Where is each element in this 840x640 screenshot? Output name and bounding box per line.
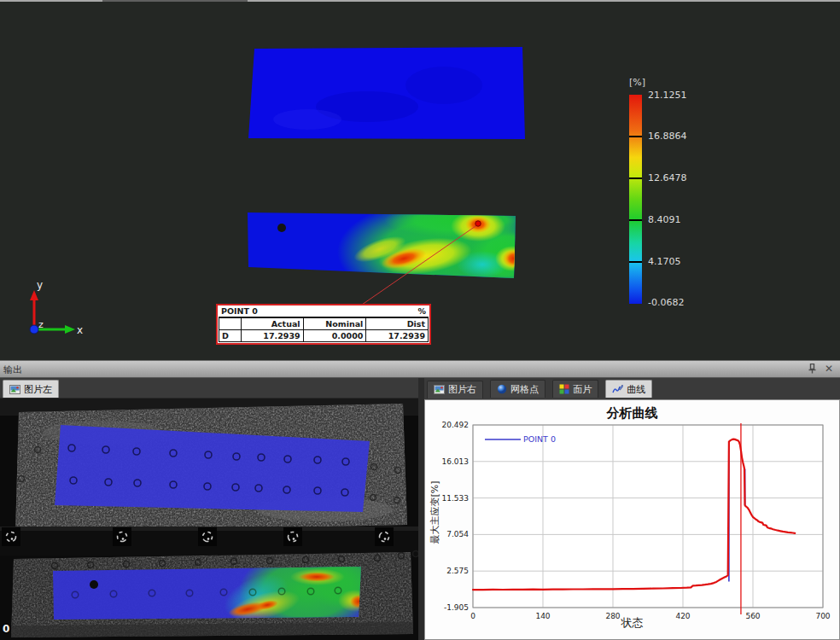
curve-pen-icon: [612, 384, 623, 394]
y-tick-label: -1.905: [444, 603, 469, 612]
pin-icon[interactable]: [808, 364, 816, 374]
table-row: D 17.2939 0.0000 17.2939: [219, 330, 429, 342]
column-header-dist: Dist: [366, 318, 429, 330]
x-axis-arrow: [65, 325, 75, 334]
analysis-chart: 分析曲线 最大主应变[%] 状态 20.49216.01311.5337.054…: [424, 399, 840, 640]
right-chart-panel: 图片右 网格点 面片: [424, 378, 840, 640]
tab-facets[interactable]: 面片: [552, 380, 598, 398]
x-tick-label: 140: [535, 612, 550, 620]
right-tab-bar: 图片右 网格点 面片: [424, 378, 840, 399]
application-window: y x z [%] 21.1251 16.8864 12.6478 8.4091…: [0, 0, 840, 640]
x-tick-label: 700: [815, 612, 830, 620]
x-tick-label: 0: [470, 612, 475, 620]
scale-label: 8.4091: [648, 214, 681, 225]
y-tick-label: 16.013: [442, 457, 470, 466]
dist-value: 17.2939: [366, 330, 429, 342]
x-tick-label: 280: [605, 612, 620, 620]
y-axis-arrow: [30, 290, 38, 300]
scale-label: 4.1705: [648, 256, 681, 267]
color-scale-gradient: [629, 95, 642, 304]
sphere-icon: [497, 384, 507, 394]
point-table-title: POINT 0: [221, 306, 258, 316]
scale-tick: [629, 261, 642, 263]
tab-curve[interactable]: 曲线: [605, 380, 652, 398]
point-0-marker[interactable]: [475, 221, 481, 226]
tab-label: 图片左: [24, 383, 52, 396]
nominal-value: 0.0000: [303, 330, 366, 342]
scale-label: 16.8864: [648, 131, 687, 142]
specimen-hole: [90, 580, 98, 589]
color-scale[interactable]: [%] 21.1251 16.8864 12.6478 8.4091 4.170…: [622, 77, 725, 316]
z-axis-dot: [30, 325, 38, 334]
y-tick-label: 7.054: [446, 530, 469, 538]
close-icon[interactable]: ✕: [825, 364, 833, 374]
tab-grid-points[interactable]: 网格点: [490, 380, 545, 398]
scale-label: 21.1251: [648, 90, 687, 101]
facets-icon: [559, 384, 569, 394]
tab-label: 网格点: [510, 383, 539, 396]
fiducial-band: [0, 527, 418, 556]
panel-splitter[interactable]: [418, 378, 424, 640]
left-camera-image[interactable]: 0: [0, 399, 418, 640]
specimen-bottom-strain-map[interactable]: [243, 199, 551, 305]
scale-tick: [629, 219, 642, 221]
viewport-3d[interactable]: y x z [%] 21.1251 16.8864 12.6478 8.4091…: [0, 0, 840, 360]
scale-label: 12.6478: [648, 172, 687, 183]
color-scale-unit: [%]: [629, 77, 645, 88]
tab-image-right[interactable]: 图片右: [427, 381, 483, 399]
column-header-nominal: Nominal: [303, 318, 366, 330]
y-tick-label: 11.533: [442, 494, 470, 503]
tab-image-left[interactable]: 图片左: [3, 380, 59, 398]
point-annotation-table[interactable]: POINT 0 % Actual Nominal Dist D 17.2939 …: [216, 304, 431, 345]
legend-label: POINT 0: [523, 434, 556, 444]
tab-label: 曲线: [627, 383, 645, 396]
chart-canvas: 20.49216.01311.5337.0542.575-1.905014028…: [425, 400, 839, 639]
x-tick-label: 420: [675, 612, 690, 620]
image-icon: [9, 385, 20, 394]
image-icon: [434, 385, 445, 394]
point-table-unit: %: [417, 306, 426, 316]
row-label: D: [219, 330, 242, 342]
axis-triad: y x z: [30, 279, 83, 336]
left-image-panel: 图片左: [0, 378, 418, 640]
y-tick-label: 2.575: [446, 567, 469, 575]
column-header: [219, 318, 242, 330]
actual-value: 17.2939: [242, 330, 304, 342]
scale-tick: [629, 136, 642, 137]
x-tick-label: 560: [745, 612, 760, 620]
y-tick-label: 20.492: [442, 421, 470, 429]
stage-number: 0: [3, 623, 9, 635]
specimen-top-strain-map[interactable]: [248, 47, 525, 139]
scale-tick: [629, 177, 642, 179]
tab-label: 面片: [573, 383, 592, 396]
specimen-hole: [277, 224, 286, 232]
scale-label: -0.0682: [648, 297, 684, 308]
output-panel-header: 输出 ✕: [0, 360, 840, 378]
column-header-actual: Actual: [242, 318, 304, 330]
tab-label: 图片右: [448, 383, 476, 396]
output-panel-title: 输出: [3, 364, 22, 376]
y-axis-label: y: [37, 279, 43, 291]
z-axis-label: z: [38, 319, 44, 330]
left-tab-bar: 图片左: [0, 378, 418, 399]
x-axis-label: x: [77, 324, 83, 336]
